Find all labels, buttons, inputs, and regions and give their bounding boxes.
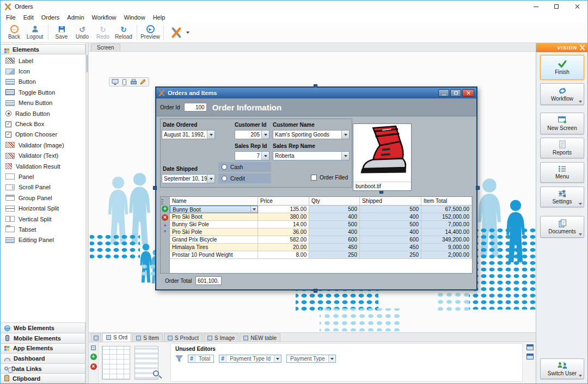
price-cell[interactable]: 8.00 — [258, 251, 309, 259]
date-shipped-combo[interactable]: September 10, 1992, 12:00 — [162, 174, 215, 183]
name-cell[interactable]: Pro Ski Pole — [170, 228, 258, 236]
palette-item-horizontal-split[interactable]: Horizontal Split — [1, 203, 85, 213]
move-row-up-icon[interactable] — [162, 223, 168, 227]
item-total-cell[interactable]: 9,000.00 — [421, 244, 472, 251]
minimize-button[interactable] — [525, 1, 546, 13]
palette-item-menu-button[interactable]: Menu Button — [1, 98, 85, 108]
section-web-elements[interactable]: Web Elements — [1, 323, 85, 333]
dialog-title-bar[interactable]: Orders and Items — [156, 88, 476, 98]
undo-button[interactable]: Undo — [72, 23, 93, 42]
section-clipboard[interactable]: Clipboard — [1, 373, 85, 383]
section-data-links[interactable]: Data Links — [1, 363, 85, 374]
shipped-cell[interactable]: 500 — [360, 206, 421, 213]
chevron-down-icon[interactable] — [261, 131, 269, 139]
price-cell[interactable]: 14.00 — [258, 221, 309, 228]
menu-window[interactable]: Window — [120, 14, 149, 21]
tab-s-ord[interactable]: S Ord — [102, 333, 131, 342]
palette-item-validator-text[interactable]: Validator (Text) — [1, 151, 85, 161]
price-cell[interactable]: 36.00 — [258, 228, 309, 236]
menu-file[interactable]: File — [2, 14, 20, 21]
shipped-cell[interactable]: 500 — [360, 221, 421, 228]
menu-button[interactable]: Menu — [540, 162, 584, 183]
item-total-cell[interactable]: 7,000.00 — [421, 221, 472, 228]
chevron-down-icon[interactable] — [341, 131, 349, 139]
palette-item-icon[interactable]: Icon — [1, 66, 85, 76]
orders-and-items-dialog[interactable]: Orders and Items Order Id 100 Order Info… — [155, 86, 477, 290]
move-row-down-icon[interactable] — [162, 230, 168, 234]
delete-row-icon[interactable] — [162, 214, 168, 221]
customer-name-combo[interactable]: Kam's Sporting Goods — [273, 130, 350, 139]
dialog-maximize-button[interactable] — [450, 89, 461, 97]
chevron-down-icon[interactable] — [274, 355, 281, 362]
switch-user-button[interactable]: Switch User — [540, 358, 584, 379]
qty-cell[interactable]: 600 — [309, 236, 360, 244]
editor-chip-payment-type-id[interactable]: # Payment Type Id — [219, 355, 281, 363]
chevron-down-icon[interactable] — [328, 355, 335, 362]
order-filled-checkbox[interactable]: Order Filled — [311, 175, 348, 181]
panel-window-icon[interactable] — [526, 354, 534, 360]
brand-menu-chevron-down-icon[interactable] — [186, 32, 189, 34]
item-total-cell[interactable]: 2,000.00 — [421, 251, 472, 259]
price-cell[interactable]: 582.00 — [258, 236, 309, 244]
save-button[interactable]: Save — [51, 23, 72, 42]
workflow-button[interactable]: Workflow — [540, 83, 584, 105]
menu-edit[interactable]: Edit — [20, 14, 38, 21]
table-row-selected[interactable]: Bunny Boot 135.00 500 500 67,500.00 — [170, 206, 472, 213]
tab-new-table[interactable]: NEW table — [240, 333, 280, 342]
table-row[interactable]: Pro Ski Boot 380.00 400 400 152,000.00 — [170, 213, 472, 221]
table-icon[interactable] — [91, 345, 96, 350]
column-header-qty[interactable]: Qty — [309, 197, 360, 206]
maximize-button[interactable] — [546, 1, 567, 13]
table-row[interactable]: Pro Ski Pole 36.00 400 400 14,400.00 — [170, 228, 472, 236]
table-row[interactable]: Himalaya Tires 20.00 450 450 9,000.00 — [170, 244, 472, 251]
panel-window-icon[interactable] — [526, 344, 534, 350]
date-ordered-combo[interactable]: August 31, 1992, 12:00 — [162, 130, 215, 139]
back-button[interactable]: Back — [4, 23, 24, 42]
edit-pencil-icon[interactable] — [139, 79, 146, 85]
column-header-price[interactable]: Price — [258, 197, 309, 206]
chevron-down-icon[interactable] — [207, 175, 215, 183]
documents-button[interactable]: Documents — [540, 216, 584, 238]
reports-button[interactable]: Reports — [540, 138, 584, 158]
selection-handle-bottom[interactable] — [314, 289, 317, 293]
item-total-cell[interactable]: 14,400.00 — [421, 228, 472, 236]
table-row[interactable]: Grand Prix Bicycle 582.00 600 600 349,20… — [170, 236, 472, 244]
tables-rail-tab[interactable] — [91, 333, 101, 342]
qty-cell[interactable]: 400 — [309, 228, 360, 236]
dialog-minimize-button[interactable] — [438, 89, 449, 97]
price-cell[interactable]: 135.00 — [258, 206, 309, 213]
editor-chip-payment-type[interactable]: Payment Type — [286, 355, 336, 363]
tab-s-product[interactable]: S Product — [164, 333, 203, 342]
item-total-cell[interactable]: 349,200.00 — [421, 236, 472, 244]
filter-funnel-icon[interactable] — [175, 355, 183, 362]
magnifier-icon[interactable] — [153, 370, 159, 376]
price-cell[interactable]: 20.00 — [258, 244, 309, 251]
column-header-shipped[interactable]: Shipped — [360, 197, 421, 206]
palette-item-option-chooser[interactable]: Option Chooser — [1, 129, 85, 140]
palette-item-editing-panel[interactable]: Editing Panel — [1, 235, 85, 245]
tab-s-image[interactable]: S Image — [204, 333, 238, 342]
chevron-down-icon[interactable] — [341, 152, 349, 160]
dropdown-button[interactable] — [250, 206, 258, 213]
column-header-item-total[interactable]: Item Total — [421, 197, 472, 206]
table-structure-thumbnail[interactable] — [102, 346, 130, 380]
payment-credit-option[interactable]: Credit — [218, 174, 271, 183]
editor-chip-total[interactable]: # Total — [188, 355, 214, 363]
preview-button[interactable]: Preview — [140, 23, 161, 42]
redo-button[interactable]: Redo — [93, 23, 113, 42]
menu-admin[interactable]: Admin — [63, 14, 88, 21]
shipped-cell[interactable]: 600 — [360, 236, 421, 244]
selection-handle-right[interactable] — [476, 186, 480, 190]
name-cell-editor[interactable]: Bunny Boot — [170, 206, 258, 213]
palette-item-button[interactable]: Button — [1, 77, 85, 87]
price-cell[interactable]: 380.00 — [258, 213, 309, 221]
qty-cell[interactable]: 400 — [309, 213, 360, 221]
checkbox-icon[interactable] — [311, 175, 317, 181]
section-mobile-elements[interactable]: Mobile Elements — [1, 333, 85, 343]
radio-icon[interactable] — [222, 164, 227, 170]
add-row-icon[interactable] — [162, 206, 168, 212]
name-cell[interactable]: Himalaya Tires — [170, 244, 258, 251]
customer-id-combo[interactable]: 205 — [235, 130, 270, 139]
qty-cell[interactable]: 250 — [309, 251, 360, 259]
section-app-elements[interactable]: App Elements — [1, 343, 85, 354]
